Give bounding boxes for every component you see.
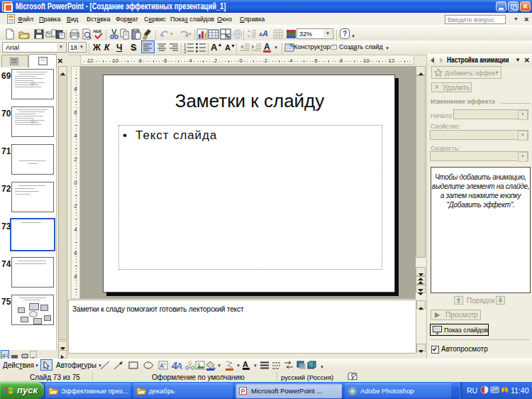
svg-text:A: A bbox=[175, 361, 182, 371]
svg-text:3: 3 bbox=[184, 50, 187, 53]
svg-text:A: A bbox=[160, 363, 164, 370]
